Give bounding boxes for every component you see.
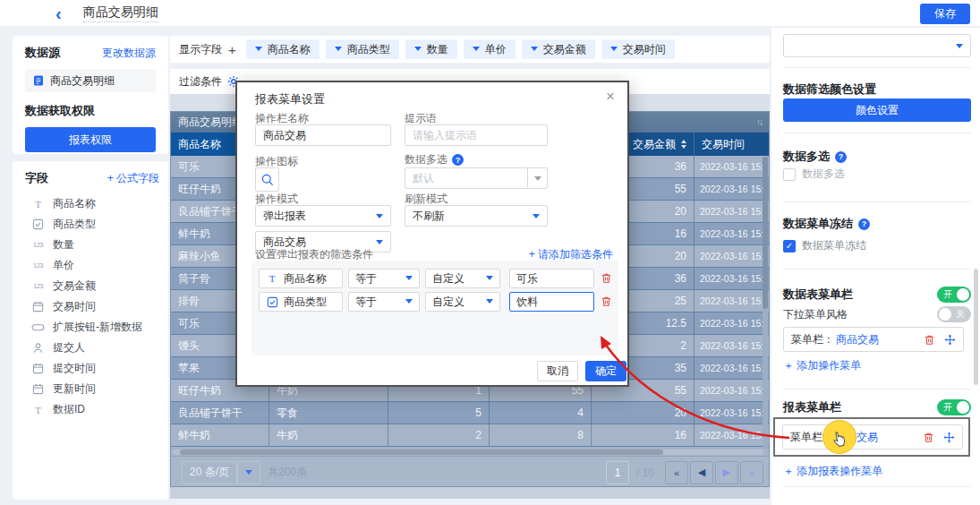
close-icon[interactable]: ×: [606, 88, 615, 106]
delete-condition-icon[interactable]: [601, 272, 612, 284]
move-menu-icon[interactable]: [944, 334, 956, 346]
condition-type-select[interactable]: 自定义: [425, 292, 500, 312]
add-menu-link[interactable]: ＋ 添加操作菜单: [783, 358, 971, 373]
next-page-button[interactable]: ▶: [715, 461, 738, 484]
add-display-field-icon[interactable]: +: [228, 42, 236, 57]
display-field-chip[interactable]: 单价: [464, 39, 516, 59]
field-item[interactable]: 提交人: [25, 338, 159, 358]
page-size-caret[interactable]: [237, 461, 260, 484]
report-menu-item[interactable]: 菜单栏： 商品交易: [782, 424, 963, 449]
back-icon[interactable]: ‹: [55, 4, 62, 22]
field-item[interactable]: 提交时间: [25, 358, 159, 379]
freeze-menu-checkbox[interactable]: ✓: [783, 240, 796, 252]
table-cell: 2022-03-16 15:: [695, 424, 769, 447]
panel-scrollbar[interactable]: [974, 269, 978, 385]
report-menu-settings-modal: 报表菜单设置 × 操作栏名称 提示语 操作图标 数据多选 ? 默认 操作模式 弹…: [235, 81, 629, 387]
chip-label: 数量: [427, 42, 448, 57]
table-sort-icon[interactable]: ↑↓: [756, 117, 762, 127]
change-datasource-link[interactable]: 更改数据源: [102, 46, 156, 61]
field-item[interactable]: T商品名称: [25, 193, 159, 214]
table-cell: 2022-03-16 15:: [695, 335, 769, 357]
condition-type-select[interactable]: 自定义: [425, 269, 500, 288]
condition-value-input[interactable]: 可乐: [509, 269, 594, 288]
prev-page-button[interactable]: ◀: [690, 461, 713, 484]
report-permission-button[interactable]: 报表权限: [25, 127, 156, 152]
tip-input[interactable]: [405, 124, 548, 146]
fields-card: 字段 + 公式字段 T商品名称商品类型123数量123单价123交易金额交易时间…: [13, 161, 168, 500]
datasource-item[interactable]: 商品交易明细: [25, 69, 156, 92]
column-header[interactable]: 交易时间: [695, 133, 769, 156]
search-icon: [260, 173, 275, 187]
table-cell: 2022-03-16 15:: [695, 380, 769, 402]
op-name-input[interactable]: [255, 124, 391, 146]
condition-operator-select[interactable]: 等于: [348, 269, 420, 288]
table-menu-toggle[interactable]: 开: [937, 287, 971, 303]
condition-field-box[interactable]: T商品名称: [259, 269, 343, 288]
table-cell: 2022-03-16 15:: [695, 201, 769, 223]
delete-menu-icon[interactable]: [924, 334, 935, 346]
table-row[interactable]: 鲜牛奶牛奶28162022-03-16 15:: [171, 424, 769, 447]
formula-field-link[interactable]: + 公式字段: [107, 171, 159, 186]
condition-field-box[interactable]: 商品类型: [259, 292, 343, 312]
multi-select-help-icon[interactable]: ?: [835, 151, 847, 163]
column-header-label: 交易时间: [702, 137, 745, 152]
condition-value-input[interactable]: 饮料: [509, 292, 594, 312]
vertical-scrollbar[interactable]: [763, 157, 768, 449]
field-item[interactable]: 商品类型: [25, 214, 159, 235]
pager-nav: «◀▶»: [663, 461, 763, 484]
multi-select[interactable]: 默认: [405, 167, 548, 189]
op-icon-button[interactable]: [255, 167, 279, 192]
permission-label: 数据获取权限: [25, 103, 156, 119]
filter-conditions-panel: T商品名称等于自定义可乐商品类型等于自定义饮料: [251, 261, 618, 355]
field-item[interactable]: 扩展按钮-新增数据: [25, 317, 159, 338]
op-mode-select[interactable]: 弹出报表: [255, 205, 391, 227]
table-cell: 2022-03-16 15:: [695, 156, 769, 178]
display-field-chip[interactable]: 数量: [405, 39, 457, 59]
date-field-icon: [30, 301, 46, 312]
table-tab-title[interactable]: 商品交易明细: [178, 115, 243, 130]
page-size-select[interactable]: 20 条/页: [182, 461, 237, 484]
field-item[interactable]: 交易时间: [25, 296, 159, 317]
display-field-chip[interactable]: 商品名称: [246, 39, 320, 59]
table-row[interactable]: 良品铺子饼干零食54202022-03-16 15:: [171, 402, 769, 424]
top-select[interactable]: [783, 34, 971, 57]
sort-icon[interactable]: [681, 140, 686, 149]
multi-select-checkbox[interactable]: [783, 168, 796, 181]
dimmed-strip: [170, 487, 770, 499]
text-field-icon: T: [266, 273, 278, 284]
cancel-button[interactable]: 取消: [537, 361, 578, 381]
move-report-menu-icon[interactable]: [943, 432, 955, 443]
chip-label: 交易时间: [623, 42, 666, 57]
field-item[interactable]: 123交易金额: [25, 276, 159, 296]
horizontal-scrollbar[interactable]: [173, 449, 763, 455]
page-title: 商品交易明细: [83, 4, 158, 22]
freeze-menu-help-icon[interactable]: ?: [858, 218, 870, 230]
refresh-mode-select[interactable]: 不刷新: [405, 205, 548, 227]
table-cell: 8: [490, 424, 592, 447]
delete-report-menu-icon[interactable]: [923, 432, 934, 443]
field-item[interactable]: 123单价: [25, 255, 159, 276]
display-field-chip[interactable]: 商品类型: [326, 39, 399, 59]
color-settings-button[interactable]: 颜色设置: [783, 98, 971, 122]
add-report-menu-link[interactable]: ＋ 添加报表操作菜单: [783, 464, 971, 479]
table-menu-title: 数据表菜单栏: [783, 287, 853, 303]
last-page-button[interactable]: »: [740, 461, 763, 484]
multi-select-help-icon[interactable]: ?: [452, 154, 464, 166]
table-menu-item[interactable]: 菜单栏： 商品交易: [783, 327, 964, 352]
display-field-chip[interactable]: 交易时间: [601, 39, 675, 59]
menu-item-value: 商品交易: [836, 332, 879, 347]
field-item[interactable]: 更新时间: [25, 379, 159, 399]
field-item[interactable]: T数据ID: [25, 399, 159, 420]
condition-operator-select[interactable]: 等于: [348, 292, 420, 312]
current-page-box[interactable]: 1: [606, 461, 629, 484]
dropdown-style-toggle[interactable]: 关: [937, 306, 971, 322]
first-page-button[interactable]: «: [665, 461, 688, 484]
confirm-button[interactable]: 确定: [585, 361, 626, 381]
page-count-label: / 10: [636, 466, 654, 479]
delete-condition-icon[interactable]: [601, 295, 612, 307]
report-menu-toggle[interactable]: 开: [937, 399, 971, 415]
column-header-label: 交易金额: [633, 137, 676, 152]
display-field-chip[interactable]: 交易金额: [522, 39, 595, 59]
field-item[interactable]: 123数量: [25, 235, 159, 255]
save-button[interactable]: 保存: [920, 4, 970, 24]
